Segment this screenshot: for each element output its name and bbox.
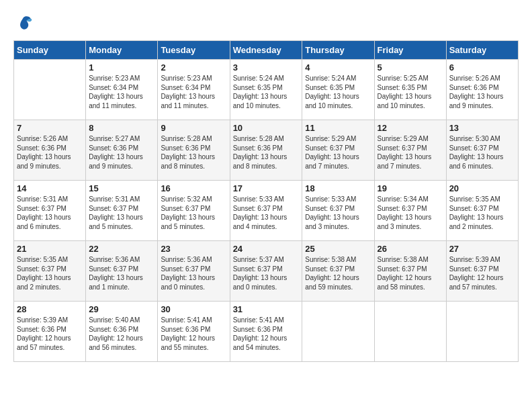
day-number: 2	[161, 62, 226, 73]
calendar-cell: 24Sunrise: 5:37 AMSunset: 6:37 PMDayligh…	[230, 241, 302, 302]
calendar-cell: 30Sunrise: 5:41 AMSunset: 6:36 PMDayligh…	[158, 302, 230, 362]
calendar-cell: 7Sunrise: 5:26 AMSunset: 6:36 PMDaylight…	[14, 120, 86, 181]
calendar-cell	[446, 302, 518, 362]
day-number: 30	[161, 304, 226, 314]
day-info: Sunrise: 5:35 AMSunset: 6:37 PMDaylight:…	[449, 195, 515, 231]
day-number: 21	[17, 244, 83, 254]
day-info: Sunrise: 5:41 AMSunset: 6:36 PMDaylight:…	[161, 316, 226, 352]
calendar-cell: 3Sunrise: 5:24 AMSunset: 6:35 PMDaylight…	[230, 60, 302, 120]
day-number: 29	[89, 304, 154, 314]
day-info: Sunrise: 5:29 AMSunset: 6:37 PMDaylight:…	[305, 134, 371, 171]
day-number: 23	[161, 244, 226, 254]
calendar-cell: 12Sunrise: 5:29 AMSunset: 6:37 PMDayligh…	[374, 120, 446, 181]
day-number: 17	[233, 183, 300, 193]
day-number: 16	[161, 183, 226, 193]
day-number: 3	[233, 62, 300, 73]
week-row: 14Sunrise: 5:31 AMSunset: 6:37 PMDayligh…	[14, 181, 519, 241]
calendar-cell: 8Sunrise: 5:27 AMSunset: 6:36 PMDaylight…	[86, 120, 158, 181]
day-number: 13	[449, 123, 515, 133]
day-number: 15	[89, 183, 154, 193]
calendar-cell: 4Sunrise: 5:24 AMSunset: 6:35 PMDaylight…	[302, 60, 374, 120]
day-info: Sunrise: 5:27 AMSunset: 6:36 PMDaylight:…	[89, 134, 154, 171]
calendar-cell: 14Sunrise: 5:31 AMSunset: 6:37 PMDayligh…	[14, 181, 86, 241]
day-info: Sunrise: 5:31 AMSunset: 6:37 PMDaylight:…	[17, 195, 83, 231]
day-info: Sunrise: 5:26 AMSunset: 6:36 PMDaylight:…	[449, 74, 515, 110]
day-info: Sunrise: 5:36 AMSunset: 6:37 PMDaylight:…	[161, 255, 226, 291]
week-row: 28Sunrise: 5:39 AMSunset: 6:36 PMDayligh…	[14, 302, 519, 362]
day-info: Sunrise: 5:41 AMSunset: 6:36 PMDaylight:…	[233, 316, 300, 352]
day-number: 24	[233, 244, 300, 254]
day-number: 6	[449, 62, 515, 73]
day-number: 14	[17, 183, 83, 193]
day-number: 18	[305, 183, 371, 193]
day-info: Sunrise: 5:23 AMSunset: 6:34 PMDaylight:…	[89, 74, 154, 110]
day-info: Sunrise: 5:26 AMSunset: 6:36 PMDaylight:…	[17, 134, 83, 171]
calendar-cell: 29Sunrise: 5:40 AMSunset: 6:36 PMDayligh…	[86, 302, 158, 362]
day-info: Sunrise: 5:38 AMSunset: 6:37 PMDaylight:…	[305, 255, 371, 291]
calendar-cell: 20Sunrise: 5:35 AMSunset: 6:37 PMDayligh…	[446, 181, 518, 241]
day-info: Sunrise: 5:38 AMSunset: 6:37 PMDaylight:…	[378, 255, 443, 291]
day-info: Sunrise: 5:37 AMSunset: 6:37 PMDaylight:…	[233, 255, 300, 291]
day-info: Sunrise: 5:25 AMSunset: 6:35 PMDaylight:…	[378, 74, 443, 110]
calendar-cell: 16Sunrise: 5:32 AMSunset: 6:37 PMDayligh…	[158, 181, 230, 241]
calendar-cell	[374, 302, 446, 362]
header-row: Sunday Monday Tuesday Wednesday Thursday…	[14, 41, 519, 60]
day-number: 12	[378, 123, 443, 133]
day-info: Sunrise: 5:31 AMSunset: 6:37 PMDaylight:…	[89, 195, 154, 231]
col-thursday: Thursday	[302, 41, 374, 60]
day-info: Sunrise: 5:28 AMSunset: 6:36 PMDaylight:…	[161, 134, 226, 171]
day-number: 27	[449, 244, 515, 254]
day-number: 8	[89, 123, 154, 133]
calendar-cell: 25Sunrise: 5:38 AMSunset: 6:37 PMDayligh…	[302, 241, 374, 302]
col-saturday: Saturday	[446, 41, 518, 60]
col-tuesday: Tuesday	[158, 41, 230, 60]
day-info: Sunrise: 5:29 AMSunset: 6:37 PMDaylight:…	[378, 134, 443, 171]
calendar-cell: 21Sunrise: 5:35 AMSunset: 6:37 PMDayligh…	[14, 241, 86, 302]
calendar-cell: 17Sunrise: 5:33 AMSunset: 6:37 PMDayligh…	[230, 181, 302, 241]
calendar-cell: 28Sunrise: 5:39 AMSunset: 6:36 PMDayligh…	[14, 302, 86, 362]
day-number: 9	[161, 123, 226, 133]
day-number: 22	[89, 244, 154, 254]
day-info: Sunrise: 5:40 AMSunset: 6:36 PMDaylight:…	[89, 316, 154, 352]
calendar-cell: 13Sunrise: 5:30 AMSunset: 6:37 PMDayligh…	[446, 120, 518, 181]
day-info: Sunrise: 5:23 AMSunset: 6:34 PMDaylight:…	[161, 74, 226, 110]
calendar-cell	[14, 60, 86, 120]
logo	[13, 13, 36, 34]
day-number: 11	[305, 123, 371, 133]
week-row: 1Sunrise: 5:23 AMSunset: 6:34 PMDaylight…	[14, 60, 519, 120]
calendar-cell: 10Sunrise: 5:28 AMSunset: 6:36 PMDayligh…	[230, 120, 302, 181]
calendar-cell: 6Sunrise: 5:26 AMSunset: 6:36 PMDaylight…	[446, 60, 518, 120]
day-info: Sunrise: 5:34 AMSunset: 6:37 PMDaylight:…	[378, 195, 443, 231]
calendar-cell: 11Sunrise: 5:29 AMSunset: 6:37 PMDayligh…	[302, 120, 374, 181]
day-info: Sunrise: 5:39 AMSunset: 6:36 PMDaylight:…	[17, 316, 83, 352]
calendar-cell: 1Sunrise: 5:23 AMSunset: 6:34 PMDaylight…	[86, 60, 158, 120]
col-wednesday: Wednesday	[230, 41, 302, 60]
col-friday: Friday	[374, 41, 446, 60]
day-info: Sunrise: 5:24 AMSunset: 6:35 PMDaylight:…	[305, 74, 371, 110]
calendar-cell: 15Sunrise: 5:31 AMSunset: 6:37 PMDayligh…	[86, 181, 158, 241]
calendar-cell: 18Sunrise: 5:33 AMSunset: 6:37 PMDayligh…	[302, 181, 374, 241]
day-number: 31	[233, 304, 300, 314]
day-number: 4	[305, 62, 371, 73]
day-info: Sunrise: 5:39 AMSunset: 6:37 PMDaylight:…	[449, 255, 515, 291]
col-monday: Monday	[86, 41, 158, 60]
day-info: Sunrise: 5:33 AMSunset: 6:37 PMDaylight:…	[233, 195, 300, 231]
day-number: 1	[89, 62, 154, 73]
calendar-cell: 2Sunrise: 5:23 AMSunset: 6:34 PMDaylight…	[158, 60, 230, 120]
calendar-cell: 23Sunrise: 5:36 AMSunset: 6:37 PMDayligh…	[158, 241, 230, 302]
day-info: Sunrise: 5:36 AMSunset: 6:37 PMDaylight:…	[89, 255, 154, 291]
logo-bird-icon	[13, 13, 34, 34]
day-info: Sunrise: 5:35 AMSunset: 6:37 PMDaylight:…	[17, 255, 83, 291]
day-info: Sunrise: 5:32 AMSunset: 6:37 PMDaylight:…	[161, 195, 226, 231]
day-info: Sunrise: 5:28 AMSunset: 6:36 PMDaylight:…	[233, 134, 300, 171]
calendar-cell: 26Sunrise: 5:38 AMSunset: 6:37 PMDayligh…	[374, 241, 446, 302]
week-row: 7Sunrise: 5:26 AMSunset: 6:36 PMDaylight…	[14, 120, 519, 181]
calendar-cell	[302, 302, 374, 362]
day-info: Sunrise: 5:30 AMSunset: 6:37 PMDaylight:…	[449, 134, 515, 171]
calendar-cell: 22Sunrise: 5:36 AMSunset: 6:37 PMDayligh…	[86, 241, 158, 302]
calendar-cell: 27Sunrise: 5:39 AMSunset: 6:37 PMDayligh…	[446, 241, 518, 302]
day-number: 26	[378, 244, 443, 254]
day-number: 7	[17, 123, 83, 133]
week-row: 21Sunrise: 5:35 AMSunset: 6:37 PMDayligh…	[14, 241, 519, 302]
page-header	[13, 13, 519, 34]
